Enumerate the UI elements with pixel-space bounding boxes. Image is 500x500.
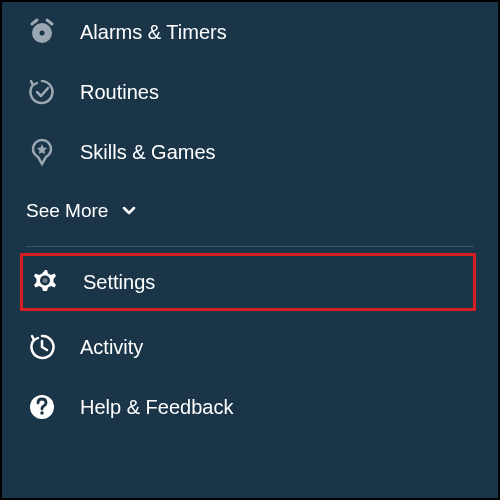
menu-item-routines[interactable]: Routines — [2, 62, 498, 122]
see-more-toggle[interactable]: See More — [2, 182, 498, 240]
menu-item-settings[interactable]: Settings — [20, 253, 476, 311]
menu-item-activity[interactable]: Activity — [2, 317, 498, 377]
routines-icon — [26, 76, 58, 108]
menu-divider — [26, 246, 474, 247]
skills-icon — [26, 136, 58, 168]
alarm-icon — [26, 16, 58, 48]
menu-item-help[interactable]: Help & Feedback — [2, 377, 498, 437]
menu-item-label: Routines — [80, 81, 159, 104]
sidebar-menu: Alarms & Timers Routines Skills & Games … — [2, 2, 498, 437]
menu-item-label: Activity — [80, 336, 143, 359]
svg-point-5 — [40, 411, 44, 415]
activity-icon — [26, 331, 58, 363]
svg-point-3 — [43, 278, 48, 283]
chevron-down-icon — [120, 202, 138, 220]
see-more-label: See More — [26, 200, 108, 222]
menu-item-alarms[interactable]: Alarms & Timers — [2, 2, 498, 62]
svg-point-1 — [40, 31, 45, 36]
menu-item-label: Skills & Games — [80, 141, 216, 164]
help-icon — [26, 391, 58, 423]
menu-item-skills[interactable]: Skills & Games — [2, 122, 498, 182]
menu-item-label: Help & Feedback — [80, 396, 233, 419]
menu-item-label: Settings — [83, 271, 155, 294]
menu-item-label: Alarms & Timers — [80, 21, 227, 44]
gear-icon — [29, 266, 61, 298]
